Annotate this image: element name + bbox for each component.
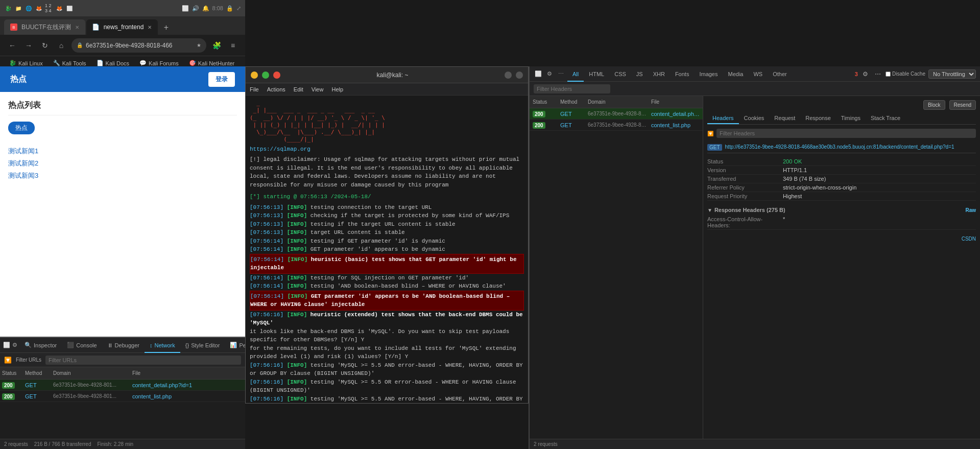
devtools-dock-icon[interactable]: ⬜	[3, 341, 10, 350]
disable-cache-label[interactable]: Disable Cache	[886, 71, 925, 77]
terminal-menu-edit[interactable]: Edit	[294, 86, 303, 92]
right-dt-tab-ws[interactable]: WS	[748, 67, 768, 82]
domain-2: 6e37351e-9bee-4928-801...	[53, 393, 132, 399]
block-button[interactable]: Block	[923, 100, 945, 110]
maximize-icon[interactable]: ⬜	[182, 5, 189, 12]
tab-buuctf[interactable]: B BUUCTF在线评测 ✕	[4, 19, 85, 35]
url-star-icon[interactable]: ★	[197, 42, 201, 48]
right-dt-tab-images[interactable]: Images	[694, 67, 723, 82]
terminal-btn-extra2[interactable]	[516, 72, 523, 79]
filter-headers-input[interactable]	[716, 129, 976, 138]
network-row-1[interactable]: 200 GET 6e37351e-9bee-4928-801... conten…	[0, 380, 245, 391]
right-dt-tab-css[interactable]: CSS	[609, 67, 631, 82]
tab1-close[interactable]: ✕	[75, 25, 79, 30]
terminal-menu-file[interactable]: File	[250, 86, 259, 92]
throttling-select[interactable]: No Throttling	[928, 69, 976, 79]
network-row-2[interactable]: 200 GET 6e37351e-9bee-4928-801... conten…	[0, 391, 245, 402]
terminal-maximize-btn[interactable]	[262, 72, 269, 79]
detail-tab-cookies[interactable]: Cookies	[739, 113, 770, 124]
detail-row-transferred: Transferred 349 B (74 B size)	[707, 175, 976, 183]
disable-cache-checkbox[interactable]	[886, 72, 891, 77]
hot-filter-button[interactable]: 热点	[8, 122, 35, 134]
news-link-1[interactable]: 测试新闻1	[8, 147, 237, 156]
refresh-button[interactable]: ↻	[39, 39, 51, 52]
col-method-label: Method	[25, 370, 53, 376]
terminal-body: _ _| |___ ___ _ ___ _ __ ___ _ __ (_ __)…	[246, 96, 528, 403]
terminal-close-btn[interactable]	[273, 72, 280, 79]
tab-news-frontend[interactable]: 📄 news_frontend ✕	[86, 19, 158, 35]
right-dt-settings-btn[interactable]: ⚙	[861, 69, 870, 79]
response-headers-title[interactable]: ▼ Response Headers (275 B) Raw	[707, 207, 976, 213]
detail-tab-stack-trace[interactable]: Stack Trace	[866, 113, 905, 124]
right-dt-icon3[interactable]: ⋯	[556, 69, 565, 79]
tab2-close[interactable]: ✕	[148, 25, 152, 30]
right-dt-tab-media[interactable]: Media	[723, 67, 748, 82]
resend-button[interactable]: Resend	[949, 100, 976, 110]
terminal-minimize-btn[interactable]	[251, 72, 258, 79]
extensions-icon[interactable]: 🧩	[210, 39, 223, 52]
tb-icon2: 🌐	[25, 4, 33, 12]
site-content: 热点列表 热点 测试新闻1 测试新闻2 测试新闻3	[0, 92, 245, 337]
detail-tab-request[interactable]: Request	[769, 113, 800, 124]
back-button[interactable]: ←	[6, 39, 18, 52]
devtools-tab-inspector[interactable]: 🔍 Inspector	[19, 339, 62, 353]
csdn-link[interactable]: CSDN	[962, 236, 976, 242]
right-dt-filter-input[interactable]	[534, 84, 610, 93]
new-tab-button[interactable]: +	[159, 20, 173, 35]
style-editor-icon: {}	[185, 342, 189, 348]
request-list: Status Method Domain File 200 GET 6e3735…	[530, 96, 703, 439]
filter-urls-input[interactable]	[45, 356, 241, 365]
log-line-4: [07:56:14] [INFO] testing if GET paramet…	[250, 237, 524, 246]
news-link-3[interactable]: 测试新闻3	[8, 171, 237, 180]
filter-icon: 🔽	[4, 357, 12, 364]
terminal-btn-extra1[interactable]	[505, 72, 512, 79]
devtools-tab-network[interactable]: ↕ Network	[145, 339, 180, 353]
home-button[interactable]: ⌂	[55, 39, 67, 52]
sqlmap-url[interactable]: https://sqlmap.org	[250, 146, 310, 152]
menu-button[interactable]: ≡	[227, 39, 239, 52]
response-headers-expand-icon: ▼	[707, 207, 712, 213]
right-dt-tab-all[interactable]: All	[567, 67, 584, 82]
rl-method-header: Method	[560, 99, 586, 105]
right-dt-tab-xhr[interactable]: XHR	[648, 67, 670, 82]
speaker-icon: 🔊	[192, 5, 199, 12]
devtools-tab-style-editor[interactable]: {} Style Editor	[180, 339, 225, 353]
requests-count: 2 requests	[4, 441, 28, 447]
fullscreen-icon[interactable]: ⤢	[236, 5, 241, 12]
right-dt-more-btn[interactable]: ⋯	[873, 69, 882, 79]
devtools-tab-console[interactable]: ⬛ Console	[62, 339, 102, 353]
detail-version-value: HTTP/1.1	[783, 167, 976, 173]
bookmark-nethunter-icon: 🎯	[189, 60, 196, 66]
detail-row-referrer: Referrer Policy strict-origin-when-cross…	[707, 183, 976, 192]
terminal-menu-actions[interactable]: Actions	[267, 86, 285, 92]
detail-tab-timings[interactable]: Timings	[836, 113, 866, 124]
request-item-2[interactable]: 200 GET 6e37351e-9bee-4928-801... conten…	[530, 120, 703, 131]
news-link-2[interactable]: 测试新闻2	[8, 159, 237, 168]
right-dt-icon2[interactable]: ⚙	[545, 69, 554, 79]
detail-tab-response[interactable]: Response	[800, 113, 836, 124]
devtools-settings-icon[interactable]: ⚙	[12, 341, 17, 350]
raw-link[interactable]: Raw	[965, 207, 976, 213]
right-dt-tab-html[interactable]: HTML	[584, 67, 609, 82]
right-dt-toolbar	[530, 82, 980, 96]
right-dt-icon1[interactable]: ⬜	[534, 69, 543, 79]
console-icon: ⬛	[67, 342, 74, 348]
login-button[interactable]: 登录	[208, 72, 235, 87]
right-dt-tab-js[interactable]: JS	[631, 67, 648, 82]
devtools-tab-performance[interactable]: 📊 Performance	[225, 339, 245, 353]
url-bar[interactable]: 🔒 6e37351e-9bee-4928-8018-466 ★	[71, 38, 206, 53]
forward-button[interactable]: →	[22, 39, 35, 52]
resp-header-key-1: Access-Control-Allow-Headers:	[707, 216, 779, 228]
resp-header-val-1: *	[783, 216, 976, 228]
right-dt-tab-fonts[interactable]: Fonts	[670, 67, 695, 82]
log-line-11: it looks like the back-end DBMS is 'MySQ…	[250, 327, 524, 344]
detail-tab-headers[interactable]: Headers	[707, 113, 739, 124]
hot-section-title: 热点列表	[8, 100, 237, 115]
detail-transferred-value: 349 B (74 B size)	[783, 176, 976, 182]
request-url-value[interactable]: http://6e37351e-9bee-4928-8018-4668ae30e…	[725, 144, 976, 150]
terminal-menu-help[interactable]: Help	[331, 86, 343, 92]
terminal-menu-view[interactable]: View	[312, 86, 324, 92]
devtools-tab-debugger[interactable]: ⏸ Debugger	[102, 339, 145, 353]
request-item-1[interactable]: 200 GET 6e37351e-9bee-4928-801... conten…	[530, 108, 703, 120]
right-dt-tab-other[interactable]: Other	[768, 67, 792, 82]
